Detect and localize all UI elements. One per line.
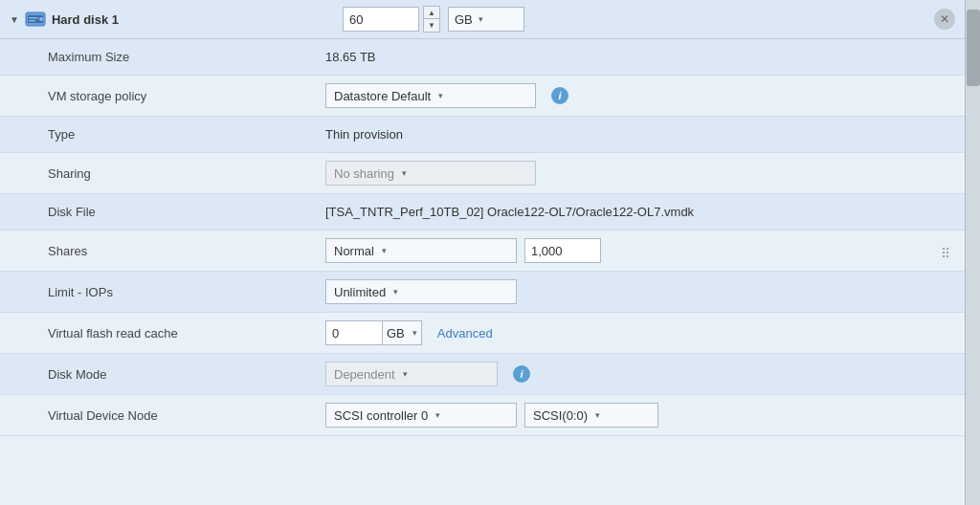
disk-icon (25, 11, 46, 28)
vnode-id-arrow-icon: ▾ (595, 410, 600, 420)
virtual-flash-controls: 0 GB ▾ Advanced (325, 320, 955, 345)
vm-storage-policy-row: VM storage policy Datastore Default ▾ i (0, 76, 965, 117)
type-label: Type (48, 127, 325, 142)
max-size-value: 18.65 TB (325, 50, 955, 64)
vnode-controller-dropdown[interactable]: SCSI controller 0 ▾ (325, 403, 517, 428)
advanced-link[interactable]: Advanced (437, 326, 493, 340)
vnode-controller-value: SCSI controller 0 (334, 408, 428, 423)
limit-iops-label: Limit - IOPs (48, 285, 325, 299)
size-up-btn[interactable]: ▲ (424, 7, 439, 19)
disk-file-row: Disk File [TSA_TNTR_Perf_10TB_02] Oracle… (0, 194, 965, 231)
expand-arrow-icon[interactable]: ▼ (10, 14, 19, 25)
size-spinner[interactable]: ▲ ▼ (423, 6, 440, 33)
flash-unit-value: GB (387, 326, 405, 340)
sharing-value: No sharing (334, 166, 394, 181)
sharing-label: Sharing (48, 166, 325, 181)
sharing-controls: No sharing ▾ (325, 161, 955, 186)
flash-cache-value-input[interactable]: 0 (325, 320, 383, 345)
svg-rect-4 (29, 20, 35, 22)
virtual-device-node-controls: SCSI controller 0 ▾ SCSI(0:0) ▾ (325, 403, 955, 428)
content-area: ▼ Hard disk 1 60 ▲ ▼ (0, 0, 965, 505)
limit-iops-value: Unlimited (334, 285, 386, 299)
storage-policy-arrow-icon: ▾ (438, 91, 443, 100)
disk-mode-value: Dependent (334, 367, 395, 382)
size-unit-dropdown[interactable]: GB ▾ (448, 7, 524, 32)
disk-file-label: Disk File (48, 205, 325, 219)
size-down-btn[interactable]: ▼ (424, 19, 439, 32)
shares-preset-value: Normal (334, 244, 374, 258)
max-size-label: Maximum Size (48, 50, 325, 64)
disk-mode-row: Disk Mode Dependent ▾ i (0, 354, 965, 395)
drag-handle[interactable] (943, 248, 948, 257)
storage-policy-info-icon[interactable]: i (551, 87, 568, 104)
shares-label: Shares (48, 244, 325, 258)
disk-mode-info-icon[interactable]: i (513, 365, 530, 383)
svg-rect-3 (29, 17, 38, 19)
limit-iops-row: Limit - IOPs Unlimited ▾ (0, 272, 965, 313)
sharing-row: Sharing No sharing ▾ (0, 153, 965, 194)
main-container: ▼ Hard disk 1 60 ▲ ▼ (0, 0, 980, 505)
virtual-flash-row: Virtual flash read cache 0 GB ▾ Advanced (0, 313, 965, 354)
disk-mode-label: Disk Mode (48, 367, 325, 382)
virtual-flash-label: Virtual flash read cache (48, 326, 325, 340)
size-unit-value: GB (455, 12, 473, 27)
shares-preset-dropdown[interactable]: Normal ▾ (325, 238, 517, 263)
flash-unit-dropdown[interactable]: GB ▾ (382, 320, 422, 345)
scrollbar-thumb[interactable] (967, 10, 980, 86)
disk-mode-dropdown[interactable]: Dependent ▾ (325, 362, 498, 386)
scrollbar[interactable] (965, 0, 980, 505)
size-input-group: 60 ▲ ▼ (343, 6, 440, 33)
shares-controls: Normal ▾ 1,000 (325, 238, 955, 263)
max-size-row: Maximum Size 18.65 TB (0, 39, 965, 76)
disk-title: Hard disk 1 (52, 12, 119, 27)
close-button[interactable]: ✕ (934, 9, 955, 30)
disk-mode-controls: Dependent ▾ i (325, 362, 955, 386)
sharing-dropdown[interactable]: No sharing ▾ (325, 161, 536, 186)
vnode-id-value: SCSI(0:0) (533, 408, 588, 423)
close-icon: ✕ (940, 12, 949, 26)
flash-unit-arrow-icon: ▾ (412, 328, 417, 338)
size-unit-arrow-icon: ▾ (479, 14, 483, 24)
shares-row: Shares Normal ▾ 1,000 (0, 231, 965, 272)
virtual-device-node-label: Virtual Device Node (48, 408, 325, 423)
shares-value-input[interactable]: 1,000 (524, 238, 601, 263)
disk-header-label: ▼ Hard disk 1 (10, 11, 335, 28)
type-row: Type Thin provision (0, 117, 965, 153)
size-value-input[interactable]: 60 (343, 7, 419, 32)
type-value: Thin provision (325, 127, 955, 142)
storage-policy-value: Datastore Default (334, 89, 431, 103)
limit-iops-dropdown[interactable]: Unlimited ▾ (325, 279, 517, 304)
svg-point-2 (39, 17, 43, 21)
vnode-id-dropdown[interactable]: SCSI(0:0) ▾ (524, 403, 658, 428)
disk-mode-arrow-icon: ▾ (403, 369, 408, 379)
limit-iops-arrow-icon: ▾ (393, 287, 398, 296)
vnode-controller-arrow-icon: ▾ (435, 410, 440, 420)
storage-policy-dropdown[interactable]: Datastore Default ▾ (325, 83, 536, 108)
limit-iops-controls: Unlimited ▾ (325, 279, 955, 304)
drag-dots (943, 248, 948, 257)
vm-storage-policy-controls: Datastore Default ▾ i (325, 83, 955, 108)
disk-file-value: [TSA_TNTR_Perf_10TB_02] Oracle122-OL7/Or… (325, 203, 955, 222)
shares-preset-arrow-icon: ▾ (382, 246, 387, 255)
header-row: ▼ Hard disk 1 60 ▲ ▼ (0, 0, 965, 39)
virtual-device-node-row: Virtual Device Node SCSI controller 0 ▾ … (0, 395, 965, 436)
vm-storage-policy-label: VM storage policy (48, 89, 325, 103)
sharing-arrow-icon: ▾ (402, 168, 407, 178)
